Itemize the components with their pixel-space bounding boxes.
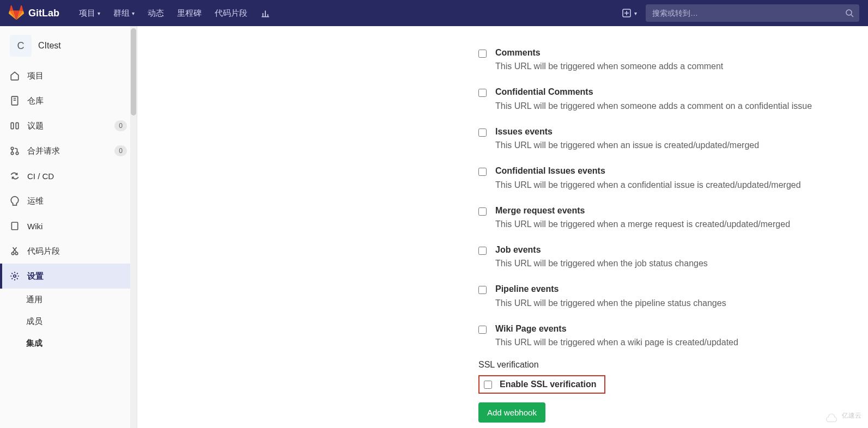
main-content: CommentsThis URL will be triggered when …: [137, 26, 868, 428]
nav-groups[interactable]: 群组▾: [107, 0, 141, 26]
sidebar-badge: 0: [114, 145, 127, 156]
nav-projects[interactable]: 项目▾: [72, 0, 107, 26]
trigger-row: Merge request eventsThis URL will be tri…: [478, 199, 849, 239]
project-header[interactable]: C CItest: [0, 26, 137, 63]
sidebar-item-cicd[interactable]: CI / CD: [0, 163, 137, 188]
watermark-icon: [824, 408, 839, 423]
sidebar-item-label: 仓库: [27, 96, 44, 106]
trigger-row: Confidential Issues eventsThis URL will …: [478, 160, 849, 199]
svg-point-5: [11, 147, 14, 150]
ssl-verification-highlight: Enable SSL verification: [478, 375, 605, 394]
new-dropdown[interactable]: ▾: [622, 9, 637, 17]
sidebar-item-label: Wiki: [27, 222, 43, 231]
snippets-icon: [10, 246, 20, 256]
trigger-description: This URL will be triggered when a merge …: [495, 218, 790, 231]
trigger-label: Confidential Issues events: [495, 165, 801, 177]
sidebar-item-label: 运维: [27, 196, 44, 206]
trigger-label: Job events: [495, 244, 708, 256]
trigger-label: Comments: [495, 47, 723, 59]
trigger-row: Confidential CommentsThis URL will be tr…: [478, 81, 849, 120]
svg-point-10: [15, 252, 18, 255]
sidebar-item-ops[interactable]: 运维: [0, 188, 137, 213]
sidebar-item-home[interactable]: 项目: [0, 63, 137, 88]
trigger-description: This URL will be triggered when the pipe…: [495, 297, 726, 310]
home-icon: [10, 71, 20, 81]
enable-ssl-checkbox[interactable]: [484, 381, 492, 389]
nav-milestones[interactable]: 里程碑: [171, 0, 208, 26]
svg-rect-2: [11, 96, 17, 105]
enable-ssl-label: Enable SSL verification: [500, 380, 597, 389]
repo-icon: [10, 96, 20, 106]
sidebar-item-label: 合并请求: [27, 146, 60, 156]
sidebar-item-snippets[interactable]: 代码片段: [0, 239, 137, 264]
project-avatar: C: [10, 35, 32, 57]
search-icon: [845, 9, 854, 17]
wiki-icon: [10, 221, 20, 231]
add-webhook-button[interactable]: Add webhook: [478, 402, 545, 423]
trigger-description: This URL will be triggered when someone …: [495, 60, 723, 73]
trigger-row: Pipeline eventsThis URL will be triggere…: [478, 278, 849, 317]
gitlab-icon: [9, 5, 24, 21]
chevron-down-icon: ▾: [634, 10, 637, 16]
svg-point-9: [11, 252, 14, 255]
global-search: [646, 4, 859, 22]
issues-icon: [10, 121, 20, 131]
trigger-checkbox[interactable]: [478, 326, 487, 334]
sidebar-sub-item[interactable]: 通用: [0, 289, 137, 310]
svg-point-7: [16, 152, 19, 155]
sidebar-item-mr[interactable]: 合并请求0: [0, 138, 137, 163]
chevron-down-icon: ▾: [132, 10, 135, 16]
nav-snippets[interactable]: 代码片段: [208, 0, 254, 26]
sidebar-item-repo[interactable]: 仓库: [0, 88, 137, 113]
sidebar-sub-item[interactable]: 成员: [0, 310, 137, 332]
trigger-checkbox[interactable]: [478, 207, 487, 216]
search-input[interactable]: [646, 9, 840, 17]
project-sidebar: C CItest 项目仓库议题0合并请求0CI / CD运维Wiki代码片段设置…: [0, 26, 137, 428]
svg-point-11: [14, 275, 16, 278]
webhook-triggers-section: CommentsThis URL will be triggered when …: [478, 41, 849, 423]
trigger-label: Merge request events: [495, 205, 790, 217]
trigger-checkbox[interactable]: [478, 247, 487, 255]
trigger-checkbox[interactable]: [478, 129, 487, 137]
nav-activity[interactable]: 动态: [141, 0, 171, 26]
ssl-verification-heading: SSL verification: [478, 360, 849, 370]
search-button[interactable]: [840, 4, 859, 22]
trigger-checkbox[interactable]: [478, 50, 487, 58]
trigger-checkbox[interactable]: [478, 168, 487, 176]
sidebar-sub-item[interactable]: 集成: [0, 332, 137, 354]
sidebar-item-label: 代码片段: [27, 246, 60, 256]
trigger-label: Confidential Comments: [495, 86, 812, 98]
mr-icon: [10, 146, 20, 156]
trigger-row: CommentsThis URL will be triggered when …: [478, 41, 849, 81]
trigger-row: Issues eventsThis URL will be triggered …: [478, 120, 849, 160]
ops-icon: [10, 196, 20, 206]
sidebar-item-label: CI / CD: [27, 172, 54, 181]
sidebar-item-label: 项目: [27, 71, 44, 81]
trigger-checkbox[interactable]: [478, 89, 487, 97]
trigger-description: This URL will be triggered when someone …: [495, 100, 812, 113]
scrollbar-thumb[interactable]: [131, 28, 136, 115]
trigger-checkbox[interactable]: [478, 286, 487, 294]
chevron-down-icon: ▾: [98, 10, 100, 16]
sidebar-scrollbar[interactable]: [130, 26, 137, 428]
sidebar-item-wiki[interactable]: Wiki: [0, 213, 137, 239]
trigger-description: This URL will be triggered when the job …: [495, 257, 708, 270]
chart-icon: [260, 8, 270, 18]
sidebar-item-issues[interactable]: 议题0: [0, 113, 137, 138]
sidebar-item-label: 设置: [27, 271, 44, 282]
svg-rect-8: [11, 222, 17, 230]
svg-rect-3: [11, 123, 14, 129]
trigger-label: Pipeline events: [495, 283, 726, 295]
trigger-row: Job eventsThis URL will be triggered whe…: [478, 239, 849, 278]
top-navbar: GitLab 项目▾ 群组▾ 动态 里程碑 代码片段 ▾: [0, 0, 868, 26]
sidebar-item-label: 议题: [27, 121, 44, 131]
trigger-description: This URL will be triggered when a confid…: [495, 179, 801, 192]
nav-analytics-icon[interactable]: [254, 0, 277, 26]
trigger-row: Wiki Page eventsThis URL will be trigger…: [478, 317, 849, 357]
trigger-label: Wiki Page events: [495, 323, 738, 335]
trigger-label: Issues events: [495, 126, 759, 138]
svg-point-1: [846, 10, 852, 15]
gitlab-logo[interactable]: GitLab: [9, 5, 59, 21]
sidebar-item-settings[interactable]: 设置: [0, 264, 137, 289]
cicd-icon: [10, 171, 20, 181]
